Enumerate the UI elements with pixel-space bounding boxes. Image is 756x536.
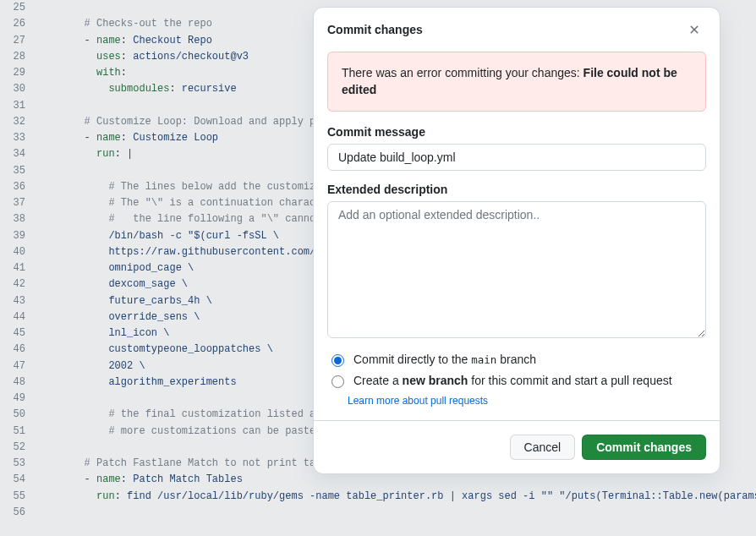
commit-changes-button[interactable]: Commit changes	[582, 435, 706, 460]
extended-description-label: Extended description	[327, 183, 706, 196]
commit-message-input[interactable]	[327, 144, 706, 171]
create-branch-radio-row[interactable]: Create a new branch for this commit and …	[327, 374, 706, 388]
create-branch-label: Create a new branch for this commit and …	[353, 374, 672, 387]
error-banner: There was an error committing your chang…	[327, 52, 706, 112]
close-icon	[688, 23, 701, 36]
commit-message-label: Commit message	[327, 125, 706, 139]
extended-description-textarea[interactable]	[327, 201, 706, 338]
commit-direct-radio[interactable]	[331, 354, 344, 367]
create-branch-radio[interactable]	[331, 375, 344, 388]
dialog-footer: Cancel Commit changes	[314, 420, 720, 473]
commit-direct-radio-row[interactable]: Commit directly to the main branch	[327, 353, 706, 367]
cancel-button[interactable]: Cancel	[510, 435, 576, 460]
close-button[interactable]	[682, 18, 706, 41]
learn-more-link[interactable]: Learn more about pull requests	[348, 395, 488, 407]
error-text: There was an error committing your chang…	[342, 66, 583, 79]
dialog-header: Commit changes	[314, 8, 720, 45]
dialog-body: There was an error committing your chang…	[314, 45, 720, 420]
commit-direct-label: Commit directly to the main branch	[353, 353, 536, 366]
dialog-title: Commit changes	[327, 23, 423, 36]
commit-dialog: Commit changes There was an error commit…	[313, 7, 720, 474]
